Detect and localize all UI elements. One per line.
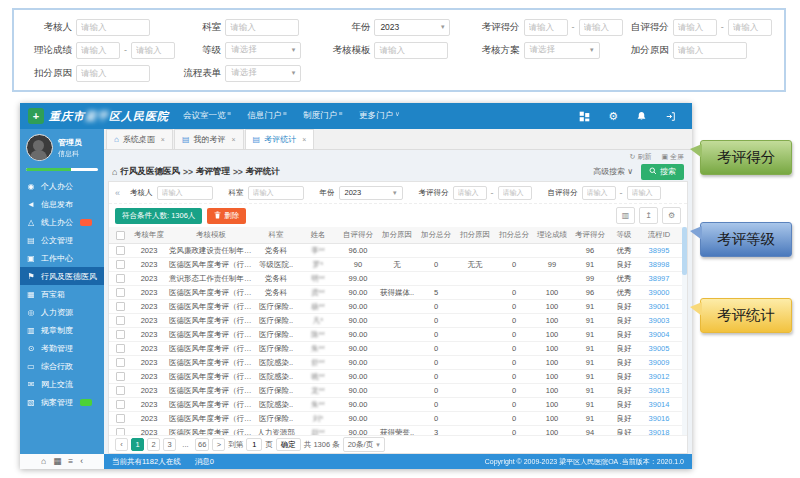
checkbox[interactable] — [116, 428, 125, 435]
year-select[interactable]: 2023▾ — [339, 186, 403, 200]
sidebar-item-treasure-box[interactable]: ▦百宝箱 — [20, 285, 104, 303]
breadcrumb-item[interactable]: 行风及医德医风 — [120, 166, 180, 178]
template-input[interactable] — [374, 42, 448, 59]
grade-select[interactable]: 请选择▾ — [225, 42, 301, 59]
flow-id-link[interactable]: 38998 — [649, 260, 670, 269]
next-page-button[interactable]: > — [212, 438, 225, 451]
apps-icon[interactable]: ▦ — [53, 457, 61, 466]
collapse-left-icon[interactable]: ‹ — [80, 457, 83, 466]
matched-count-button[interactable]: 符合条件人数: 1306人 — [115, 208, 202, 224]
sidebar-item-info-publish[interactable]: ◄信息发布 — [20, 195, 104, 213]
eval-score-max-input[interactable] — [498, 186, 532, 200]
checkbox[interactable] — [116, 344, 125, 353]
flow-id-link[interactable]: 39014 — [649, 400, 670, 409]
assessor-input[interactable] — [157, 186, 213, 200]
self-score-max-input[interactable] — [627, 186, 661, 200]
sidebar-item-attendance[interactable]: ⊙考勤管理 — [20, 339, 104, 357]
sidebar-item-medical-records[interactable]: ▧病案管理 — [20, 393, 104, 411]
home-icon[interactable]: ⌂ — [41, 457, 46, 466]
tab-eval-stats[interactable]: ▤考评统计× — [245, 129, 315, 149]
checkbox[interactable] — [116, 246, 125, 255]
breadcrumb-item[interactable]: 考评管理 — [196, 166, 230, 178]
checkbox[interactable] — [116, 274, 125, 283]
deduct-reason-input[interactable] — [76, 65, 150, 82]
eval-score-max-input[interactable] — [579, 19, 623, 36]
department-input[interactable] — [225, 19, 299, 36]
theory-score-min-input[interactable] — [76, 42, 120, 59]
sidebar-item-conduct-ethics[interactable]: ⚑行风及医德医风 — [20, 267, 104, 285]
advanced-search-toggle[interactable]: 高级搜索 ∨ — [593, 166, 633, 177]
theory-score-max-input[interactable] — [131, 42, 175, 59]
menu-meeting-rooms[interactable]: 会议室一览≡ — [183, 110, 231, 122]
tab-my-eval[interactable]: ▤我的考评× — [174, 129, 244, 149]
self-score-min-input[interactable] — [673, 19, 717, 36]
flow-id-link[interactable]: 39012 — [649, 372, 670, 381]
checkbox[interactable] — [116, 302, 125, 311]
flow-id-link[interactable]: 39003 — [649, 316, 670, 325]
goto-confirm-button[interactable]: 确定 — [276, 438, 301, 451]
flow-id-link[interactable]: 38995 — [649, 246, 670, 255]
bell-icon[interactable] — [636, 111, 647, 122]
menu-info-portal[interactable]: 信息门户≡ — [247, 110, 287, 122]
close-icon[interactable]: × — [232, 136, 236, 143]
refresh-link[interactable]: ↻刷新 — [630, 151, 652, 162]
delete-button[interactable]: 删除 — [207, 208, 246, 224]
flow-form-select[interactable]: 请选择▾ — [225, 65, 301, 82]
sidebar-item-human-resources[interactable]: ◎人力资源 — [20, 303, 104, 321]
flow-id-link[interactable]: 39013 — [649, 386, 670, 395]
close-icon[interactable]: × — [161, 136, 165, 143]
checkbox[interactable] — [116, 386, 125, 395]
checkbox[interactable] — [116, 288, 125, 297]
page-button-2[interactable]: 2 — [147, 438, 160, 451]
close-icon[interactable]: × — [302, 136, 306, 143]
checkbox[interactable] — [116, 316, 125, 325]
page-button-3[interactable]: 3 — [163, 438, 176, 451]
sidebar-item-work-center[interactable]: ▣工作中心 — [20, 249, 104, 267]
sidebar-item-rules[interactable]: ▥规章制度 — [20, 321, 104, 339]
prev-page-button[interactable]: ‹ — [115, 438, 128, 451]
bonus-reason-input[interactable] — [673, 42, 747, 59]
year-select[interactable]: 2023▾ — [374, 19, 450, 36]
plan-select[interactable]: 请选择▾ — [524, 42, 600, 59]
logout-icon[interactable] — [665, 111, 676, 122]
self-score-min-input[interactable] — [582, 186, 616, 200]
scrollbar-thumb[interactable] — [682, 227, 687, 275]
eval-score-min-input[interactable] — [524, 19, 568, 36]
flow-id-link[interactable]: 38997 — [649, 274, 670, 283]
flow-id-link[interactable]: 39009 — [649, 358, 670, 367]
export-icon[interactable]: ↥ — [639, 207, 658, 224]
columns-icon[interactable]: ▥ — [616, 207, 635, 224]
assessor-input[interactable] — [76, 19, 150, 36]
flow-id-link[interactable]: 39016 — [649, 414, 670, 423]
flow-id-link[interactable]: 39001 — [649, 302, 670, 311]
breadcrumb-item[interactable]: 考评统计 — [246, 166, 280, 178]
sidebar-item-personal-office[interactable]: ◉个人办公 — [20, 177, 104, 195]
checkbox[interactable] — [116, 231, 125, 240]
sidebar-item-online-chat[interactable]: ✉网上交流 — [20, 375, 104, 393]
avatar[interactable] — [26, 134, 53, 161]
flow-id-link[interactable]: 39004 — [649, 330, 670, 339]
sidebar-item-online-office[interactable]: △线上办公 — [20, 213, 104, 231]
self-score-max-input[interactable] — [728, 19, 772, 36]
menu-icon[interactable]: ≡ — [68, 457, 73, 466]
department-input[interactable] — [248, 186, 304, 200]
menu-more-portal[interactable]: 更多门户∨ — [359, 110, 400, 122]
goto-page-input[interactable] — [246, 438, 262, 451]
gear-icon[interactable]: ⚙ — [608, 111, 618, 122]
page-button-66[interactable]: 66 — [195, 438, 209, 451]
sidebar-item-admin[interactable]: ▭综合行政 — [20, 357, 104, 375]
sidebar-item-document-mgmt[interactable]: ▤公文管理 — [20, 231, 104, 249]
print-icon[interactable]: ⚙ — [662, 207, 681, 224]
collapse-filter-icon[interactable]: « — [115, 188, 120, 198]
page-button-1[interactable]: 1 — [131, 438, 144, 451]
checkbox[interactable] — [116, 330, 125, 339]
flow-id-link[interactable]: 39000 — [649, 288, 670, 297]
tab-desktop[interactable]: ⌂系统桌面× — [106, 129, 173, 149]
vertical-scrollbar[interactable] — [682, 227, 687, 435]
checkbox[interactable] — [116, 372, 125, 381]
checkbox[interactable] — [116, 400, 125, 409]
menu-policy-portal[interactable]: 制度门户≡ — [303, 110, 343, 122]
fullscreen-link[interactable]: ▣全屏 — [661, 151, 684, 162]
flow-id-link[interactable]: 39005 — [649, 344, 670, 353]
message-count[interactable]: 消息0 — [195, 457, 214, 467]
